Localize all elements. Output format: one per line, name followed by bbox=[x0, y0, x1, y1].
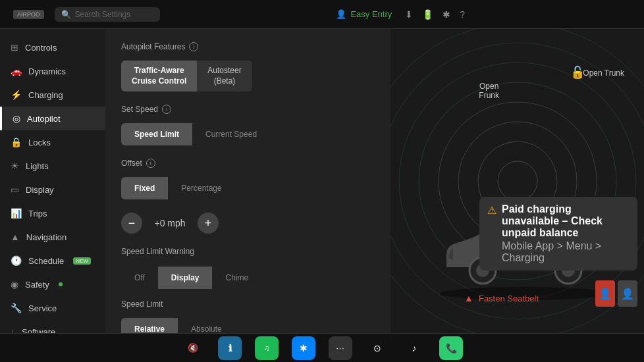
notification-content: Paid charging unavailable – Check unpaid… bbox=[502, 203, 630, 264]
sidebar-item-schedule[interactable]: 🕐 Schedule NEW bbox=[0, 249, 105, 272]
sidebar-label-service: Service bbox=[28, 303, 57, 313]
top-bar-center: 👤 Easy Entry ⬇ 🔋 ✱ ? bbox=[171, 9, 631, 20]
easy-entry-button[interactable]: 👤 Easy Entry bbox=[336, 9, 392, 19]
display-icon: ▭ bbox=[11, 184, 19, 195]
speed-limit-button[interactable]: Speed Limit bbox=[121, 123, 192, 145]
volume-icon: 🔇 bbox=[188, 343, 198, 353]
lock-button[interactable]: 🔓 bbox=[570, 65, 585, 80]
sidebar-item-navigation[interactable]: ▲ Navigation bbox=[0, 225, 105, 249]
bluetooth-icon: ✱ bbox=[300, 343, 308, 353]
airpod-badge: AIRPOD bbox=[13, 10, 44, 19]
car-area: Open Frunk Open Trunk 🔓 bbox=[390, 29, 644, 333]
search-placeholder: Search Settings bbox=[75, 10, 131, 19]
sidebar-label-dynamics: Dynamics bbox=[28, 66, 66, 76]
volume-button[interactable]: 🔇 bbox=[181, 336, 205, 360]
sidebar-item-locks[interactable]: 🔒 Locks bbox=[0, 130, 105, 154]
relative-button[interactable]: Relative bbox=[121, 318, 178, 333]
warning-chime-button[interactable]: Chime bbox=[212, 267, 261, 289]
sidebar-item-charging[interactable]: ⚡ Charging bbox=[0, 83, 105, 107]
spotify-button[interactable]: ♫ bbox=[255, 336, 279, 360]
sidebar-item-display[interactable]: ▭ Display bbox=[0, 178, 105, 201]
fixed-button[interactable]: Fixed bbox=[121, 177, 168, 199]
more-button[interactable]: ··· bbox=[329, 336, 352, 360]
sidebar: ⊞ Controls 🚗 Dynamics ⚡ Charging ◎ Autop… bbox=[0, 29, 105, 333]
sidebar-item-autopilot[interactable]: ◎ Autopilot bbox=[0, 107, 105, 130]
easy-entry-label: Easy Entry bbox=[350, 9, 392, 19]
offset-minus-button[interactable]: − bbox=[121, 213, 142, 234]
bluetooth-top-icon[interactable]: ✱ bbox=[443, 9, 450, 20]
seatbelt-label: Fasten Seatbelt bbox=[479, 294, 539, 303]
sidebar-item-software[interactable]: ↓ Software bbox=[0, 320, 105, 333]
warning-display-button[interactable]: Display bbox=[158, 267, 213, 289]
sidebar-label-software: Software bbox=[22, 327, 55, 334]
open-frunk-label: Open bbox=[479, 82, 499, 91]
set-speed-title: Set Speed i bbox=[121, 105, 375, 114]
sidebar-label-display: Display bbox=[26, 185, 54, 195]
open-frunk-button[interactable]: Open Frunk bbox=[479, 82, 499, 100]
navigation-icon: ▲ bbox=[11, 232, 20, 242]
sidebar-item-dynamics[interactable]: 🚗 Dynamics bbox=[0, 59, 105, 83]
download-icon[interactable]: ⬇ bbox=[405, 9, 413, 20]
autosteer-button[interactable]: Autosteer(Beta) bbox=[197, 61, 252, 91]
speed-info-icon[interactable]: i bbox=[162, 105, 171, 114]
charging-notification: ⚠ Paid charging unavailable – Check unpa… bbox=[479, 197, 637, 271]
bluetooth-button[interactable]: ✱ bbox=[292, 336, 315, 360]
music-icon: ♪ bbox=[412, 343, 417, 353]
offset-buttons: Fixed Percentage bbox=[121, 177, 375, 199]
sidebar-item-controls[interactable]: ⊞ Controls bbox=[0, 36, 105, 59]
safety-icon: ◉ bbox=[11, 279, 18, 290]
seatbelt-warning-icon: ▲ bbox=[464, 293, 473, 303]
sidebar-item-service[interactable]: 🔧 Service bbox=[0, 296, 105, 320]
info-button[interactable]: ℹ bbox=[218, 336, 242, 360]
trips-icon: 📊 bbox=[11, 208, 22, 219]
help-icon[interactable]: ? bbox=[460, 9, 465, 20]
offset-plus-button[interactable]: + bbox=[198, 213, 219, 234]
offset-control: − +0 mph + bbox=[121, 213, 375, 234]
sidebar-item-trips[interactable]: 📊 Trips bbox=[0, 201, 105, 225]
warning-buttons: Off Display Chime bbox=[121, 267, 375, 289]
seat-icons: 👤 👤 bbox=[595, 280, 637, 307]
settings-panel: Autopilot Features i Traffic-AwareCruise… bbox=[105, 29, 390, 333]
features-info-icon[interactable]: i bbox=[189, 42, 198, 51]
traffic-aware-button[interactable]: Traffic-AwareCruise Control bbox=[121, 61, 197, 91]
service-icon: 🔧 bbox=[11, 303, 22, 313]
absolute-button[interactable]: Absolute bbox=[178, 318, 235, 333]
sidebar-label-autopilot: Autopilot bbox=[27, 114, 61, 124]
top-bar-icons: ⬇ 🔋 ✱ ? bbox=[405, 9, 465, 20]
offset-title: Offset i bbox=[121, 159, 375, 168]
sidebar-label-schedule: Schedule bbox=[28, 256, 64, 266]
sidebar-label-trips: Trips bbox=[28, 209, 47, 219]
lights-icon: ☀ bbox=[11, 161, 19, 171]
notification-title: Paid charging unavailable – Check unpaid… bbox=[502, 203, 630, 239]
controls-icon: ⊞ bbox=[11, 42, 18, 53]
open-trunk-button[interactable]: Open Trunk bbox=[583, 68, 624, 78]
warning-off-button[interactable]: Off bbox=[121, 267, 158, 289]
notification-subtitle: Mobile App > Menu > Charging bbox=[502, 240, 630, 264]
camera-button[interactable]: ⊙ bbox=[365, 336, 389, 360]
sidebar-item-lights[interactable]: ☀ Lights bbox=[0, 154, 105, 178]
phone-button[interactable]: 📞 bbox=[439, 336, 463, 360]
main-content: ⊞ Controls 🚗 Dynamics ⚡ Charging ◎ Autop… bbox=[0, 29, 644, 333]
current-speed-button[interactable]: Current Speed bbox=[192, 123, 270, 145]
dynamics-icon: 🚗 bbox=[11, 66, 22, 76]
autopilot-features-title: Autopilot Features i bbox=[121, 42, 375, 51]
top-bar: AIRPOD 🔍 Search Settings 👤 Easy Entry ⬇ … bbox=[0, 0, 644, 29]
dots-icon: ··· bbox=[336, 344, 344, 353]
new-badge: NEW bbox=[73, 257, 91, 265]
charging-icon: ⚡ bbox=[11, 90, 22, 100]
offset-info-icon[interactable]: i bbox=[146, 159, 155, 168]
speed-limit-section: Speed Limit Relative Absolute bbox=[121, 299, 375, 333]
info-icon: ℹ bbox=[228, 343, 232, 353]
battery-icon[interactable]: 🔋 bbox=[422, 9, 433, 20]
sidebar-label-navigation: Navigation bbox=[26, 232, 67, 242]
speed-limit-warning-title: Speed Limit Warning bbox=[121, 247, 375, 256]
taskbar: 🔇 ℹ ♫ ✱ ··· ⊙ ♪ 📞 bbox=[0, 333, 644, 362]
seatbelt-warning: ▲ Fasten Seatbelt bbox=[464, 293, 539, 303]
unlock-icon: 🔓 bbox=[570, 66, 585, 79]
music-button[interactable]: ♪ bbox=[402, 336, 426, 360]
sidebar-label-safety: Safety bbox=[25, 280, 49, 290]
search-box[interactable]: 🔍 Search Settings bbox=[55, 7, 160, 22]
sidebar-item-safety[interactable]: ◉ Safety bbox=[0, 272, 105, 296]
percentage-button[interactable]: Percentage bbox=[168, 177, 234, 199]
speed-limit-title: Speed Limit bbox=[121, 299, 375, 309]
